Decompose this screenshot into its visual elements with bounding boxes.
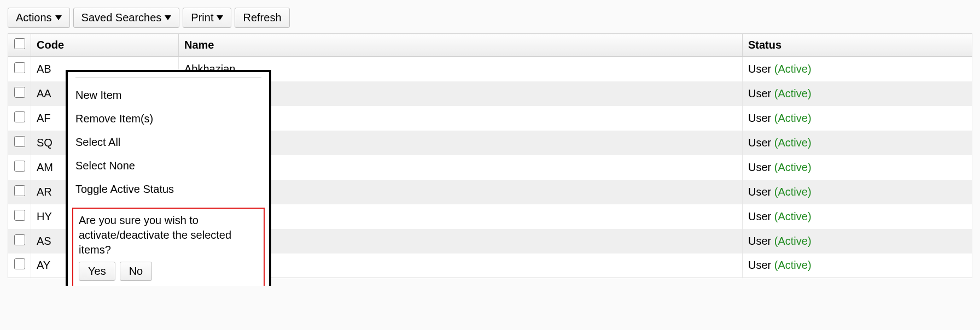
status-prefix: User (748, 161, 774, 173)
row-checkbox-cell (8, 131, 31, 155)
refresh-button[interactable]: Refresh (235, 8, 289, 28)
cell-status: User (Active) (743, 204, 972, 229)
status-prefix: User (748, 259, 774, 271)
header-code[interactable]: Code (31, 34, 179, 57)
row-checkbox-cell (8, 229, 31, 254)
refresh-label: Refresh (243, 11, 281, 24)
select-all-checkbox[interactable] (14, 38, 25, 49)
menu-remove-items[interactable]: Remove Item(s) (68, 107, 269, 131)
status-prefix: User (748, 87, 774, 99)
row-checkbox[interactable] (14, 62, 25, 73)
status-active: (Active) (774, 112, 812, 124)
confirm-message: Are you sure you wish to activate/deacti… (79, 213, 258, 257)
toolbar: Actions Saved Searches Print Refresh (8, 8, 972, 28)
row-checkbox-cell (8, 204, 31, 229)
status-active: (Active) (774, 137, 812, 149)
row-checkbox[interactable] (14, 161, 25, 172)
row-checkbox-cell (8, 57, 31, 81)
row-checkbox-cell (8, 180, 31, 204)
row-checkbox[interactable] (14, 234, 25, 245)
menu-toggle-active[interactable]: Toggle Active Status (68, 178, 269, 201)
confirm-no-button[interactable]: No (120, 262, 153, 281)
row-checkbox-cell (8, 155, 31, 180)
status-active: (Active) (774, 186, 812, 198)
status-prefix: User (748, 235, 774, 247)
caret-down-icon (55, 15, 62, 20)
header-name[interactable]: Name (179, 34, 743, 57)
status-prefix: User (748, 112, 774, 124)
status-active: (Active) (774, 63, 812, 75)
cell-status: User (Active) (743, 106, 972, 131)
cell-status: User (Active) (743, 229, 972, 254)
status-prefix: User (748, 210, 774, 222)
row-checkbox[interactable] (14, 87, 25, 98)
confirm-dialog: Are you sure you wish to activate/deacti… (72, 208, 265, 286)
cell-status: User (Active) (743, 131, 972, 155)
actions-menu-list: New Item Remove Item(s) Select All Selec… (68, 78, 269, 205)
status-active: (Active) (774, 87, 812, 99)
row-checkbox[interactable] (14, 185, 25, 196)
header-checkbox-cell (8, 34, 31, 57)
status-active: (Active) (774, 259, 812, 271)
saved-searches-label: Saved Searches (81, 11, 162, 24)
cell-status: User (Active) (743, 81, 972, 106)
status-active: (Active) (774, 161, 812, 173)
actions-button[interactable]: Actions (8, 8, 70, 28)
row-checkbox[interactable] (14, 136, 25, 147)
status-prefix: User (748, 63, 774, 75)
row-checkbox-cell (8, 106, 31, 131)
actions-label: Actions (16, 11, 52, 24)
status-prefix: User (748, 186, 774, 198)
print-button[interactable]: Print (183, 8, 231, 28)
status-active: (Active) (774, 235, 812, 247)
row-checkbox[interactable] (14, 258, 25, 269)
caret-down-icon (165, 15, 171, 20)
status-active: (Active) (774, 210, 812, 222)
cell-status: User (Active) (743, 180, 972, 204)
saved-searches-button[interactable]: Saved Searches (73, 8, 180, 28)
row-checkbox[interactable] (14, 210, 25, 221)
menu-new-item[interactable]: New Item (68, 84, 269, 107)
cell-status: User (Active) (743, 57, 972, 81)
menu-select-all[interactable]: Select All (68, 131, 269, 154)
row-checkbox-cell (8, 254, 31, 278)
confirm-yes-button[interactable]: Yes (79, 262, 115, 281)
print-label: Print (191, 11, 213, 24)
status-prefix: User (748, 137, 774, 149)
cell-status: User (Active) (743, 254, 972, 278)
row-checkbox-cell (8, 81, 31, 106)
header-status[interactable]: Status (743, 34, 972, 57)
menu-select-none[interactable]: Select None (68, 154, 269, 178)
row-checkbox[interactable] (14, 111, 25, 122)
actions-dropdown: New Item Remove Item(s) Select All Selec… (66, 70, 271, 286)
caret-down-icon (217, 15, 223, 20)
cell-status: User (Active) (743, 155, 972, 180)
